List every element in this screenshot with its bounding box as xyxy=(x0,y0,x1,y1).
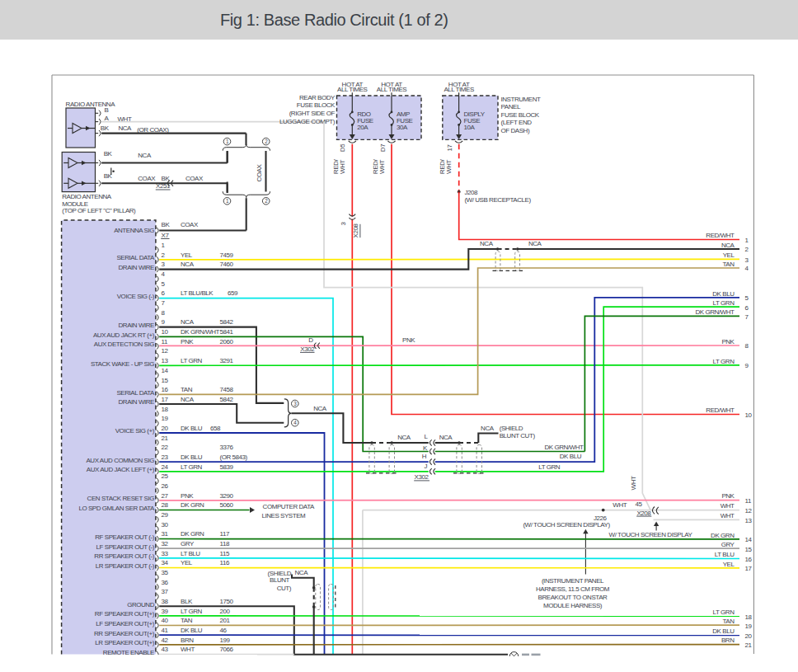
svg-text:LT GRN: LT GRN xyxy=(713,358,735,365)
svg-text:28: 28 xyxy=(162,501,169,509)
svg-text:12: 12 xyxy=(162,347,169,355)
svg-text:WHT: WHT xyxy=(378,160,386,174)
svg-text:12: 12 xyxy=(745,507,753,515)
svg-text:DK GRN/WHT: DK GRN/WHT xyxy=(544,444,584,451)
svg-text:8: 8 xyxy=(162,309,166,317)
svg-text:NCA: NCA xyxy=(721,242,735,249)
svg-text:39: 39 xyxy=(162,608,169,615)
svg-text:16: 16 xyxy=(162,386,169,393)
svg-text:3: 3 xyxy=(340,222,347,226)
svg-text:SERIAL DATA: SERIAL DATA xyxy=(116,254,155,261)
svg-text:YEL: YEL xyxy=(723,561,735,568)
svg-text:AUX DETECTION SIG: AUX DETECTION SIG xyxy=(94,341,154,348)
svg-text:15: 15 xyxy=(745,546,753,553)
svg-text:WHT: WHT xyxy=(613,501,627,509)
svg-text:(TOP OF LEFT "C" PILLAR): (TOP OF LEFT "C" PILLAR) xyxy=(62,207,136,214)
svg-text:DK GRN: DK GRN xyxy=(181,501,204,509)
svg-text:35: 35 xyxy=(162,569,169,576)
svg-text:RR SPEAKER OUT (-): RR SPEAKER OUT (-) xyxy=(94,552,154,560)
svg-text:LT GRN: LT GRN xyxy=(181,463,203,471)
svg-text:(LEFT END: (LEFT END xyxy=(501,119,533,126)
svg-text:4: 4 xyxy=(745,265,749,272)
svg-text:D: D xyxy=(308,336,313,344)
svg-text:7066: 7066 xyxy=(220,646,234,653)
svg-text:7: 7 xyxy=(162,299,166,307)
svg-text:17: 17 xyxy=(745,565,753,572)
svg-text:WHT: WHT xyxy=(181,646,195,653)
svg-text:DK BLU: DK BLU xyxy=(560,453,582,460)
svg-text:11: 11 xyxy=(162,338,168,345)
svg-text:32: 32 xyxy=(162,540,169,547)
svg-text:ALL TIMES: ALL TIMES xyxy=(444,86,474,93)
svg-text:5: 5 xyxy=(745,294,749,302)
svg-text:AUX AUD JACK RT (+): AUX AUD JACK RT (+) xyxy=(93,331,155,339)
svg-text:COAX: COAX xyxy=(185,175,204,182)
svg-text:42: 42 xyxy=(162,637,169,644)
svg-text:BK: BK xyxy=(162,221,171,228)
svg-text:WHT: WHT xyxy=(339,160,346,174)
svg-text:46: 46 xyxy=(220,627,228,634)
svg-text:6: 6 xyxy=(162,289,166,297)
svg-text:18: 18 xyxy=(745,613,753,621)
svg-text:2: 2 xyxy=(162,251,166,259)
svg-text:7459: 7459 xyxy=(220,251,234,259)
svg-text:DK BLU: DK BLU xyxy=(181,627,203,634)
svg-text:LR SPEAKER OUT (-): LR SPEAKER OUT (-) xyxy=(96,562,155,570)
svg-text:NCA: NCA xyxy=(138,152,152,159)
svg-text:HARNESS, 11.5 CM FROM: HARNESS, 11.5 CM FROM xyxy=(536,585,610,593)
svg-text:NCA: NCA xyxy=(528,240,542,247)
svg-text:ALL TIMES: ALL TIMES xyxy=(337,86,368,93)
svg-text:H: H xyxy=(422,453,427,460)
svg-text:NCA: NCA xyxy=(313,405,327,412)
svg-text:PNK: PNK xyxy=(721,492,735,500)
svg-text:18: 18 xyxy=(162,406,169,413)
svg-text:LINES SYSTEM: LINES SYSTEM xyxy=(261,512,306,519)
svg-text:FUSE BLOCK: FUSE BLOCK xyxy=(501,111,540,119)
svg-text:LR SPEAKER OUT(+): LR SPEAKER OUT(+) xyxy=(95,639,154,646)
svg-text:GRY: GRY xyxy=(181,540,195,547)
svg-text:TAN: TAN xyxy=(722,261,735,268)
svg-text:NCA: NCA xyxy=(181,261,195,268)
svg-text:(W/ USB RECEPTACLE): (W/ USB RECEPTACLE) xyxy=(464,196,531,204)
svg-text:DRAIN WIRE: DRAIN WIRE xyxy=(118,398,154,406)
svg-text:14: 14 xyxy=(745,536,753,543)
svg-text:NCA: NCA xyxy=(181,318,195,326)
svg-text:19: 19 xyxy=(745,623,753,630)
svg-text:MODULE HARNESS): MODULE HARNESS) xyxy=(543,602,603,609)
svg-text:RED/WHT: RED/WHT xyxy=(706,406,735,414)
svg-text:3290: 3290 xyxy=(220,492,234,500)
svg-text:116: 116 xyxy=(220,559,230,566)
svg-text:YEL: YEL xyxy=(181,251,193,259)
svg-text:8: 8 xyxy=(745,342,749,350)
svg-text:AUX AUD JACK LEFT (+): AUX AUD JACK LEFT (+) xyxy=(87,466,155,473)
svg-text:RR SPEAKER OUT(+): RR SPEAKER OUT(+) xyxy=(94,630,155,637)
svg-text:DRAIN WIRE: DRAIN WIRE xyxy=(118,322,154,329)
svg-text:10: 10 xyxy=(745,411,753,419)
svg-text:38: 38 xyxy=(162,598,169,605)
svg-text:(RIGHT SIDE OF: (RIGHT SIDE OF xyxy=(289,110,336,117)
svg-text:LF SPEAKER OUT (-): LF SPEAKER OUT (-) xyxy=(96,543,155,551)
svg-text:LT BLU: LT BLU xyxy=(715,551,735,558)
svg-text:117: 117 xyxy=(220,530,230,538)
svg-text:29: 29 xyxy=(162,511,169,519)
svg-text:22: 22 xyxy=(162,444,169,451)
svg-text:W/ TOUCH SCREEN DISPLAY: W/ TOUCH SCREEN DISPLAY xyxy=(609,531,693,538)
svg-text:23: 23 xyxy=(162,453,169,461)
svg-text:5841: 5841 xyxy=(220,328,234,336)
svg-text:DK GRN/WHT: DK GRN/WHT xyxy=(695,308,735,316)
svg-text:BK: BK xyxy=(101,125,110,132)
svg-text:DRAIN WIRE: DRAIN WIRE xyxy=(118,264,154,271)
svg-text:20A: 20A xyxy=(357,124,368,131)
svg-text:WHT: WHT xyxy=(630,476,637,490)
svg-text:J208: J208 xyxy=(464,189,478,196)
svg-text:3291: 3291 xyxy=(220,357,234,364)
svg-text:21: 21 xyxy=(162,435,169,442)
svg-text:VOICE SIG (-): VOICE SIG (-) xyxy=(117,293,155,300)
svg-text:YEL: YEL xyxy=(723,251,735,259)
svg-text:DK GRN: DK GRN xyxy=(181,530,204,538)
svg-text:DK BLU: DK BLU xyxy=(712,627,735,635)
svg-text:B: B xyxy=(105,106,109,114)
svg-text:COAX: COAX xyxy=(181,221,199,228)
svg-text:37: 37 xyxy=(162,588,169,595)
svg-text:ALL TIMES: ALL TIMES xyxy=(377,86,407,93)
